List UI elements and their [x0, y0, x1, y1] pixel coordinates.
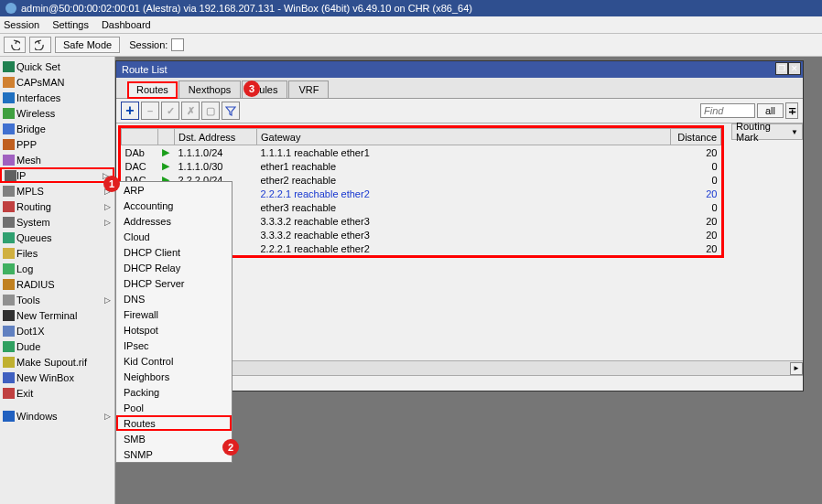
filter-dropdown-button[interactable]: ∓	[785, 102, 798, 119]
sidebar-item-dude[interactable]: Dude	[0, 338, 114, 354]
sidebar-item-windows[interactable]: Windows▷	[0, 408, 114, 424]
filter-button[interactable]	[222, 102, 240, 120]
sidebar-label: Queues	[16, 232, 52, 243]
menu-dashboard[interactable]: Dashboard	[102, 19, 151, 30]
sidebar-item-capsman[interactable]: CAPsMAN	[0, 74, 114, 90]
tab-nexthops[interactable]: Nexthops	[178, 80, 241, 98]
submenu-item-smb[interactable]: SMB	[116, 431, 232, 446]
sidebar-item-interfaces[interactable]: Interfaces	[0, 90, 114, 105]
col-routing-mark[interactable]: Routing Mark▼	[731, 123, 803, 140]
sidebar-item-log[interactable]: Log	[0, 261, 114, 276]
sidebar-label: Make Supout.rif	[16, 357, 87, 368]
window-close-button[interactable]: ✕	[788, 62, 801, 75]
submenu-item-dns[interactable]: DNS	[116, 291, 232, 306]
route-toolbar: + – ✓ ✗ ▢ all ∓	[116, 99, 803, 123]
sidebar-icon	[3, 341, 15, 352]
find-input[interactable]	[700, 103, 755, 118]
undo-button[interactable]	[4, 37, 26, 53]
sidebar-label: CAPsMAN	[16, 77, 65, 88]
sidebar-label: Quick Set	[16, 61, 60, 72]
scroll-right-icon[interactable]: ►	[790, 362, 803, 375]
sidebar-label: Bridge	[16, 123, 46, 134]
sidebar-item-queues[interactable]: Queues	[0, 230, 114, 245]
col-flags[interactable]	[122, 129, 158, 145]
sidebar-item-make-supout-rif[interactable]: Make Supout.rif	[0, 354, 114, 370]
submenu-item-ipsec[interactable]: IPsec	[116, 338, 232, 353]
sidebar-item-mesh[interactable]: Mesh	[0, 152, 114, 167]
submenu-item-kid-control[interactable]: Kid Control	[116, 353, 232, 369]
sidebar-item-mpls[interactable]: MPLS▷	[0, 183, 114, 198]
sidebar-item-tools[interactable]: Tools▷	[0, 292, 114, 307]
sidebar-label: New Terminal	[16, 310, 77, 321]
sidebar-item-new-winbox[interactable]: New WinBox	[0, 370, 114, 385]
col-state[interactable]	[158, 129, 175, 145]
session-input[interactable]	[171, 38, 184, 51]
cell-gateway: ether3 reachable	[257, 200, 671, 214]
sidebar-item-ip[interactable]: IP▷	[0, 167, 114, 183]
sidebar-item-routing[interactable]: Routing▷	[0, 198, 114, 214]
submenu-item-arp[interactable]: ARP	[116, 182, 232, 198]
route-row[interactable]: DAb ▶ 1.1.1.0/24 1.1.1.1 reachable ether…	[122, 145, 721, 160]
submenu-item-dhcp-relay[interactable]: DHCP Relay	[116, 260, 232, 275]
submenu-item-neighbors[interactable]: Neighbors	[116, 369, 232, 384]
sidebar-item-files[interactable]: Files	[0, 245, 114, 261]
badge-1: 1	[103, 176, 120, 192]
route-window-titlebar[interactable]: Route List ❐ ✕	[116, 61, 803, 78]
enable-button[interactable]: ✓	[161, 102, 179, 120]
submenu-item-addresses[interactable]: Addresses	[116, 213, 232, 229]
comment-button[interactable]: ▢	[201, 102, 220, 120]
sidebar-item-radius[interactable]: RADIUS	[0, 276, 114, 292]
sidebar-item-ppp[interactable]: PPP	[0, 136, 114, 152]
submenu-item-firewall[interactable]: Firewall	[116, 306, 232, 322]
all-filter-button[interactable]: all	[757, 103, 784, 118]
submenu-item-snmp[interactable]: SNMP	[116, 446, 232, 462]
cell-state-icon: ▶	[158, 159, 175, 173]
cell-gateway: 3.3.3.2 reachable ether3	[257, 228, 671, 241]
sidebar-item-new-terminal[interactable]: New Terminal	[0, 307, 114, 323]
window-restore-button[interactable]: ❐	[775, 62, 788, 75]
expand-icon: ▷	[104, 295, 111, 305]
submenu-item-pool[interactable]: Pool	[116, 400, 232, 415]
sidebar-item-dot1x[interactable]: Dot1X	[0, 323, 114, 338]
route-row[interactable]: DAC ▶ 1.1.1.0/30 ether1 reachable 0	[122, 159, 721, 173]
main-toolbar: Safe Mode Session:	[0, 34, 822, 57]
col-gateway[interactable]: Gateway	[257, 129, 671, 145]
submenu-item-hotspot[interactable]: Hotspot	[116, 322, 232, 338]
sidebar-icon	[3, 155, 15, 166]
cell-distance: 20	[671, 228, 721, 241]
sidebar-icon	[5, 170, 16, 181]
submenu-item-accounting[interactable]: Accounting	[116, 198, 232, 213]
sidebar-icon	[3, 357, 15, 368]
sidebar-item-system[interactable]: System▷	[0, 214, 114, 230]
sidebar-label: Log	[16, 263, 33, 274]
submenu-item-routes[interactable]: Routes	[116, 415, 232, 431]
tab-routes[interactable]: Routes	[127, 81, 178, 99]
safe-mode-button[interactable]: Safe Mode	[55, 37, 120, 53]
submenu-item-cloud[interactable]: Cloud	[116, 229, 232, 244]
sidebar-item-exit[interactable]: Exit	[0, 385, 114, 401]
sidebar-item-bridge[interactable]: Bridge	[0, 121, 114, 136]
submenu-item-dhcp-server[interactable]: DHCP Server	[116, 275, 232, 291]
sidebar-label: Routing	[16, 201, 51, 212]
disable-button[interactable]: ✗	[181, 102, 200, 120]
sidebar-item-wireless[interactable]: Wireless	[0, 105, 114, 121]
sidebar-icon	[3, 411, 15, 422]
submenu-item-dhcp-client[interactable]: DHCP Client	[116, 244, 232, 260]
col-distance[interactable]: Distance	[671, 129, 721, 145]
menu-settings[interactable]: Settings	[52, 19, 89, 30]
submenu-item-packing[interactable]: Packing	[116, 384, 232, 400]
sidebar-label: System	[16, 217, 50, 228]
sidebar-icon	[3, 108, 15, 119]
cell-gateway: 2.2.2.1 reachable ether2	[257, 241, 671, 255]
add-route-button[interactable]: +	[121, 102, 139, 120]
col-dst[interactable]: Dst. Address	[175, 129, 257, 145]
sidebar-label: IP	[16, 170, 26, 181]
menu-session[interactable]: Session	[4, 19, 39, 30]
redo-button[interactable]	[29, 37, 51, 53]
sidebar-item-quick-set[interactable]: Quick Set	[0, 59, 114, 74]
remove-route-button[interactable]: –	[141, 102, 159, 120]
cell-distance: 20	[671, 145, 721, 160]
ip-submenu: ARPAccountingAddressesCloudDHCP ClientDH…	[115, 181, 233, 463]
sidebar-icon	[3, 92, 15, 103]
tab-vrf[interactable]: VRF	[288, 80, 329, 98]
